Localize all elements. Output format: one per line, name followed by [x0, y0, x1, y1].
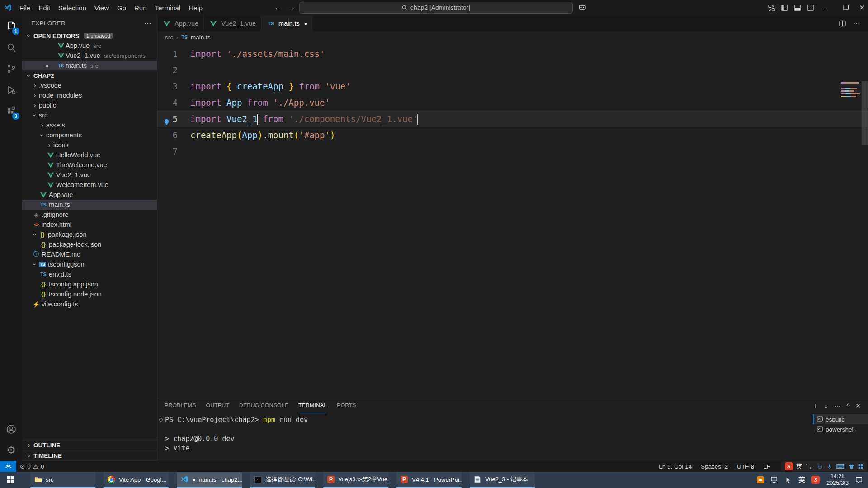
panel-tab-output[interactable]: OUTPUT	[206, 398, 229, 413]
terminal-dropdown-icon[interactable]: ⌄	[823, 402, 829, 409]
tree-item-helloworld-vue[interactable]: HelloWorld.vue	[22, 150, 157, 160]
outline-section[interactable]: › OUTLINE	[22, 440, 157, 450]
account-icon[interactable]	[0, 418, 22, 440]
emoji-icon[interactable]: ☺	[816, 463, 823, 470]
timeline-section[interactable]: › TIMELINE	[22, 450, 157, 461]
start-button[interactable]	[0, 472, 22, 488]
mouse-cursor-icon[interactable]	[785, 477, 792, 483]
mic-icon[interactable]	[827, 464, 832, 469]
notification-center-icon[interactable]	[855, 477, 863, 483]
code-line[interactable]: 3import { createApp } from 'vue'	[157, 78, 868, 94]
tree-item-gitignore[interactable]: ◈.gitignore	[22, 210, 157, 220]
taskbar-main-ts-chap2[interactable]: ● main.ts - chap2...	[177, 472, 242, 488]
tree-item-index-html[interactable]: <>index.html	[22, 220, 157, 230]
tree-item-vscode[interactable]: ›.vscode	[22, 80, 157, 90]
tree-item-public[interactable]: ›public	[22, 100, 157, 110]
toolbox-icon[interactable]	[858, 464, 863, 469]
menu-terminal[interactable]: Terminal	[151, 4, 185, 12]
remote-indicator[interactable]: ><	[0, 461, 16, 472]
keyboard-icon[interactable]: ⌨	[836, 463, 845, 470]
project-root-header[interactable]: › CHAP2	[22, 70, 157, 80]
tree-item-vue2-1-vue[interactable]: Vue2_1.vue	[22, 170, 157, 180]
skin-icon[interactable]	[849, 464, 854, 469]
terminal-process-esbuild[interactable]: esbuild	[813, 414, 868, 424]
sogou-tray-icon[interactable]: S	[811, 476, 820, 484]
extensions-icon[interactable]: 3	[0, 100, 22, 122]
explorer-more-actions-icon[interactable]: ⋯	[144, 19, 151, 28]
menu-go[interactable]: Go	[113, 4, 130, 12]
panel-tab-debug-console[interactable]: DEBUG CONSOLE	[239, 398, 288, 413]
code-line[interactable]: 5import Vue2_1 from './components/Vue2_1…	[157, 111, 868, 127]
code-line[interactable]: 2	[157, 62, 868, 78]
tree-item-welcomeitem-vue[interactable]: WelcomeItem.vue	[22, 180, 157, 190]
menu-run[interactable]: Run	[130, 4, 151, 12]
explorer-activity-icon[interactable]: 1	[0, 15, 22, 37]
toggle-panel-icon[interactable]	[794, 5, 801, 11]
tab-app-vue[interactable]: App.vue	[157, 15, 204, 32]
search-activity-icon[interactable]	[0, 37, 22, 58]
tree-item-package-lock-json[interactable]: {}package-lock.json	[22, 239, 157, 249]
toggle-sidebar-icon[interactable]	[781, 5, 788, 11]
open-editor-vue2-1-vue[interactable]: Vue2_1.vuesrc\components	[22, 51, 157, 61]
tree-item-vite-config-ts[interactable]: ⚡vite.config.ts	[22, 299, 157, 309]
tree-item-node-modules[interactable]: ›node_modules	[22, 90, 157, 100]
code-line[interactable]: 6createApp(App).mount('#app')	[157, 127, 868, 143]
tree-item-components[interactable]: ›components	[22, 130, 157, 140]
menu-help[interactable]: Help	[184, 4, 207, 12]
ime-language-toggle[interactable]: 英	[797, 462, 802, 470]
encoding[interactable]: UTF-8	[737, 463, 754, 470]
panel-tab-problems[interactable]: PROBLEMS	[165, 398, 196, 413]
network-display-icon[interactable]	[771, 477, 778, 483]
split-editor-icon[interactable]	[839, 20, 846, 27]
tree-item-main-ts[interactable]: TSmain.ts	[22, 200, 157, 210]
taskbar-vue2-3[interactable]: Vue2_3 - 记事本	[470, 472, 535, 488]
eol[interactable]: LF	[763, 463, 770, 470]
new-terminal-icon[interactable]: +	[814, 402, 817, 409]
tree-item-package-json[interactable]: ›{}package.json	[22, 230, 157, 239]
customize-layout-icon[interactable]	[768, 5, 775, 11]
indentation[interactable]: Spaces: 2	[701, 463, 728, 470]
toggle-secondary-sidebar-icon[interactable]	[807, 5, 814, 11]
tree-item-icons[interactable]: ›icons	[22, 140, 157, 150]
source-control-icon[interactable]	[0, 58, 22, 79]
panel-tab-terminal[interactable]: TERMINAL	[298, 398, 327, 413]
tree-item-tsconfig-json[interactable]: ›TStsconfig.json	[22, 259, 157, 269]
code-line[interactable]: 4import App from './App.vue'	[157, 94, 868, 111]
cursor-position[interactable]: Ln 5, Col 14	[659, 463, 692, 470]
more-actions-icon[interactable]: ⋯	[853, 19, 860, 28]
breadcrumb-folder[interactable]: src	[165, 34, 173, 41]
forward-arrow-icon[interactable]: →	[285, 0, 298, 15]
settings-gear-icon[interactable]: ⚙	[0, 440, 22, 461]
code-editor[interactable]: 1import './assets/main.css'23import { cr…	[157, 42, 868, 398]
taskbar-src[interactable]: src	[30, 472, 95, 488]
command-center-search[interactable]: chap2 [Administrator]	[299, 2, 573, 14]
tree-item-assets[interactable]: ›assets	[22, 120, 157, 130]
menu-file[interactable]: File	[15, 4, 34, 12]
tree-item-tsconfig-app-json[interactable]: {}tsconfig.app.json	[22, 279, 157, 289]
problems-status[interactable]: ⊘ 0 ⚠ 0	[16, 463, 47, 470]
code-line[interactable]: 7	[157, 143, 868, 160]
maximize-panel-icon[interactable]: ^	[847, 402, 850, 409]
tray-app-icon[interactable]	[757, 476, 764, 483]
tree-item-thewelcome-vue[interactable]: TheWelcome.vue	[22, 160, 157, 170]
ime-punctuation-toggle[interactable]: ’，	[806, 462, 813, 470]
code-line[interactable]: 1import './assets/main.css'	[157, 46, 868, 62]
tree-item-app-vue[interactable]: App.vue	[22, 190, 157, 200]
tab-vue2-1-vue[interactable]: Vue2_1.vue	[204, 15, 261, 32]
taskbar-vuejs3-x-2-vue[interactable]: Pvuejs3.x-第2章Vue...	[323, 472, 388, 488]
menu-view[interactable]: View	[90, 4, 113, 12]
copilot-icon[interactable]	[579, 3, 592, 12]
terminal-output[interactable]: PS C:\vueProject\chap2> npm run dev> cha…	[157, 413, 813, 461]
breadcrumb[interactable]: src › TS main.ts	[157, 32, 868, 42]
run-debug-icon[interactable]	[0, 79, 22, 100]
open-editor-main-ts[interactable]: ●TSmain.tssrc	[22, 61, 157, 70]
clock[interactable]: 14:28 2025/3/3	[826, 473, 849, 487]
tree-item-tsconfig-node-json[interactable]: {}tsconfig.node.json	[22, 289, 157, 299]
back-arrow-icon[interactable]: ←	[271, 0, 285, 15]
panel-tab-ports[interactable]: PORTS	[337, 398, 356, 413]
close-button[interactable]: ✕	[852, 0, 868, 15]
taskbar-v4-4-1-powerpoi[interactable]: PV4.4.1 - PowerPoi...	[396, 472, 462, 488]
tree-item-readme-md[interactable]: ⓘREADME.md	[22, 249, 157, 259]
taskbar-c-wi[interactable]: >_选择管理员: C:\Wi...	[250, 472, 315, 488]
tab-main-ts[interactable]: TSmain.ts●	[261, 15, 312, 32]
